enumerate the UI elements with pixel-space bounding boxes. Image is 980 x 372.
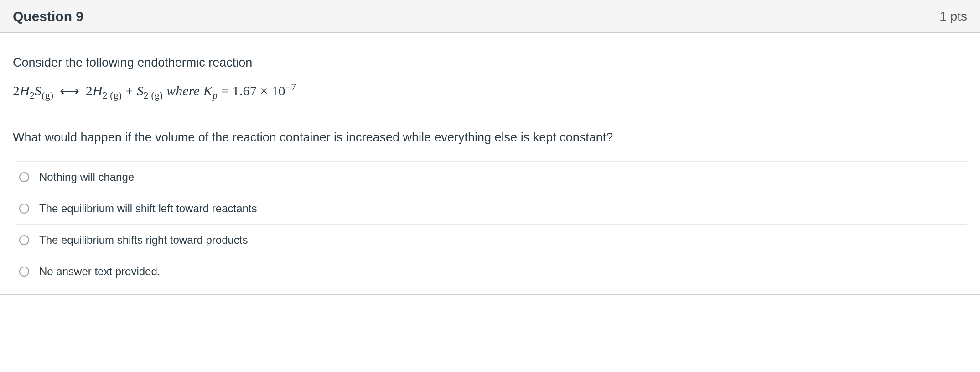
eq-r1-coef: 2: [86, 83, 93, 98]
radio-icon[interactable]: [19, 235, 29, 245]
eq-lhs-phase: (g): [41, 90, 53, 101]
eq-K: K: [203, 83, 213, 98]
eq-Ksub: p: [213, 90, 218, 101]
answer-label: The equilibrium will shift left toward r…: [39, 202, 257, 215]
eq-arrow: ⟷: [57, 83, 82, 98]
eq-plus: +: [122, 83, 137, 98]
question-followup: What would happen if the volume of the r…: [13, 131, 967, 145]
eq-r1-H: H: [93, 83, 103, 98]
question-body: Consider the following endothermic react…: [0, 33, 980, 294]
question-title: Question 9: [13, 9, 83, 24]
answer-option[interactable]: No answer text provided.: [16, 256, 967, 287]
question-points: 1 pts: [939, 9, 967, 24]
eq-val: = 1.67 × 10: [218, 83, 285, 98]
eq-r2-sub: 2 (g): [144, 90, 163, 101]
eq-lhs-H: H: [20, 83, 30, 98]
eq-lhs-coef: 2: [13, 83, 20, 98]
answer-list: Nothing will change The equilibrium will…: [16, 161, 967, 287]
reaction-equation: 2H2S(g) ⟷ 2H2 (g) + S2 (g) where Kp = 1.…: [13, 83, 967, 99]
eq-lhs-S: S: [35, 83, 41, 98]
radio-icon[interactable]: [19, 267, 29, 277]
eq-where: where: [163, 83, 203, 98]
answer-option[interactable]: The equilibrium shifts right toward prod…: [16, 224, 967, 256]
answer-label: No answer text provided.: [39, 265, 160, 278]
answer-option[interactable]: Nothing will change: [16, 161, 967, 193]
eq-lhs-sub1: 2: [30, 90, 35, 101]
eq-exp: −7: [285, 82, 296, 93]
question-header: Question 9 1 pts: [0, 0, 980, 33]
question-intro: Consider the following endothermic react…: [13, 56, 967, 70]
radio-icon[interactable]: [19, 204, 29, 214]
question-card: Question 9 1 pts Consider the following …: [0, 0, 980, 295]
eq-r2-S: S: [137, 83, 144, 98]
answer-label: Nothing will change: [39, 171, 134, 183]
radio-icon[interactable]: [19, 172, 29, 182]
answer-option[interactable]: The equilibrium will shift left toward r…: [16, 193, 967, 224]
answer-label: The equilibrium shifts right toward prod…: [39, 234, 248, 246]
eq-r1-sub: 2 (g): [103, 90, 122, 101]
